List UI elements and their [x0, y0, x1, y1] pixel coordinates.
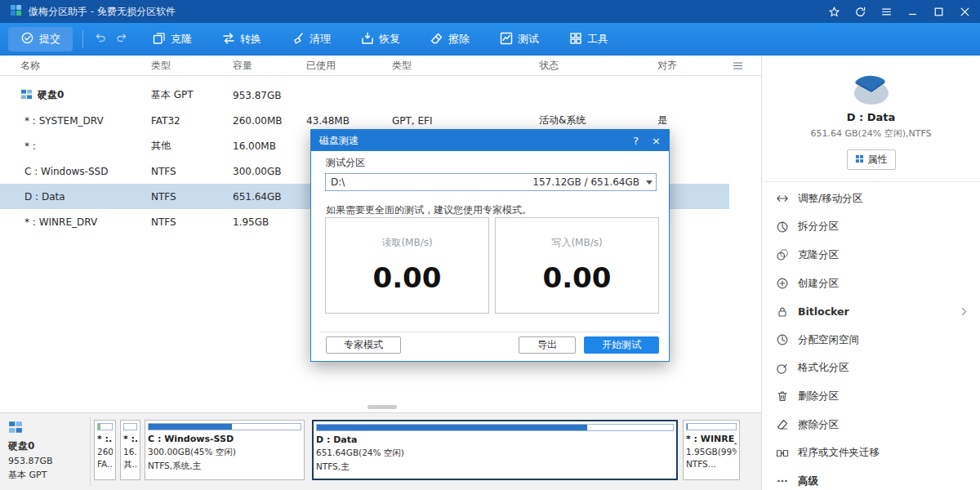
disk-icon [8, 426, 23, 437]
sidebar-item-advanced[interactable]: 高级 [762, 467, 980, 490]
sidebar-item-allocate-free-space[interactable]: 分配空闲空间 [762, 326, 980, 354]
close-icon[interactable] [960, 7, 970, 17]
submit-button[interactable]: 提交 [8, 27, 73, 51]
table-row[interactable]: 硬盘0 基本 GPT 953.87GB [0, 82, 729, 108]
partition-size: 651.64GB(24% 空闲) [316, 448, 674, 459]
col-header-status[interactable]: 状态 [539, 59, 657, 73]
sidebar-item-label: 高级 [798, 474, 818, 488]
properties-button[interactable]: 属性 [847, 149, 896, 170]
expert-mode-hint: 如果需要更全面的测试，建议您使用专家模式。 [326, 203, 532, 217]
sidebar-item-label: Bitlocker [798, 305, 849, 318]
partition-name: D : Data [316, 434, 674, 445]
more-icon [776, 474, 789, 488]
partition-block-d-selected[interactable]: D : Data 651.64GB(24% 空闲) NTFS,主 [312, 420, 678, 480]
disk-map-panel: 硬盘0 953.87GB 基本 GPT * :... 260... FA... … [0, 412, 761, 490]
create-partition-icon [776, 277, 789, 290]
menu-icon[interactable] [881, 7, 892, 17]
expert-mode-button[interactable]: 专家模式 [326, 336, 401, 354]
cell-status: 活动&系统 [539, 114, 657, 127]
sidebar-item-label: 调整/移动分区 [798, 192, 862, 206]
redo-icon[interactable] [116, 31, 129, 47]
sidebar-item-format-partition[interactable]: 格式化分区 [762, 354, 980, 383]
maximize-icon[interactable] [933, 7, 944, 17]
partition-block-winre[interactable]: * : WINRE_... 1.95GB(99%... NTFS... [683, 420, 740, 480]
partition-block-c[interactable]: C : Windows-SSD 300.00GB(45% 空闲) NTFS,系统… [145, 420, 305, 480]
properties-grid-icon [855, 154, 864, 166]
cell-capacity: 1.95GB [233, 216, 306, 228]
check-circle-icon [20, 31, 34, 47]
cell-capacity: 300.00GB [233, 166, 306, 177]
clone-icon [152, 31, 167, 48]
sidebar-item-app-migration[interactable]: 程序或文件夹迁移 [762, 439, 980, 467]
sidebar-item-clone-partition[interactable]: 克隆分区 [762, 241, 980, 270]
usage-bar [686, 423, 737, 430]
properties-label: 属性 [868, 153, 888, 167]
partition-fs: NTFS,系统,主 [148, 461, 301, 472]
cell-type: NTFS [151, 191, 233, 203]
toolbar-item-clean[interactable]: 清理 [286, 28, 336, 51]
sidebar-divider [762, 181, 980, 182]
start-test-button[interactable]: 开始测试 [584, 336, 659, 354]
dialog-titlebar: 磁盘测速 ? × [311, 130, 669, 151]
cell-name: * : WINRE_DRV [24, 216, 97, 228]
chevron-right-icon [961, 307, 967, 316]
col-header-name[interactable]: 名称 [20, 59, 151, 73]
col-header-type[interactable]: 类型 [151, 59, 233, 73]
sidebar-item-split[interactable]: 拆分分区 [762, 213, 980, 242]
delete-icon [776, 390, 789, 403]
read-speed-label: 读取(MB/s) [326, 236, 488, 250]
toolbar-item-label: 工具 [587, 32, 608, 47]
partition-size: 260... [97, 447, 113, 457]
sidebar-item-create-partition[interactable]: 创建分区 [762, 270, 980, 298]
read-speed-box: 读取(MB/s) 0.00 [325, 217, 489, 314]
app-logo-icon [10, 4, 22, 20]
partition-fs: FA... [97, 459, 113, 469]
toolbar-item-clone[interactable]: 克隆 [147, 28, 197, 51]
partition-block-msr[interactable]: * :... 16... 其... [120, 420, 140, 480]
partition-size: 1.95GB(99%... [686, 447, 737, 457]
sidebar-item-label: 擦除分区 [798, 418, 839, 432]
dialog-help-icon[interactable]: ? [633, 136, 639, 146]
partition-size: 16... [123, 447, 137, 457]
test-partition-select[interactable]: D:\ 157.12GB / 651.64GB [325, 173, 657, 191]
scroll-indicator[interactable] [368, 405, 397, 409]
toolbar-item-label: 转换 [240, 32, 261, 47]
main-toolbar: 提交 克隆 转换 清理 恢复 [0, 23, 980, 56]
minimize-icon[interactable] [907, 7, 918, 17]
undo-icon[interactable] [93, 31, 106, 47]
sidebar-item-bitlocker[interactable]: Bitlocker [762, 297, 980, 326]
sync-icon[interactable] [855, 7, 866, 17]
sidebar-item-wipe-partition[interactable]: 擦除分区 [762, 411, 980, 439]
col-header-capacity[interactable]: 容量 [233, 59, 306, 73]
toolbar-item-label: 清理 [310, 32, 331, 47]
sidebar-item-delete-partition[interactable]: 删除分区 [762, 382, 980, 411]
resize-move-icon [776, 192, 789, 205]
toolbar-item-recover[interactable]: 恢复 [355, 28, 405, 51]
disk-summary[interactable]: 硬盘0 953.87GB 基本 GPT [8, 420, 87, 481]
app-window: 傲梅分区助手 - 免费无损分区软件 提交 克隆 转换 [0, 0, 980, 490]
write-speed-box: 写入(MB/s) 0.00 [495, 217, 659, 314]
sidebar-item-label: 分配空闲空间 [798, 333, 859, 347]
partition-block-efi[interactable]: * :... 260... FA... [94, 420, 116, 480]
col-header-aligned[interactable]: 对齐 [657, 59, 761, 73]
toolbar-item-convert[interactable]: 转换 [216, 28, 266, 51]
toolbar-item-test[interactable]: 测试 [494, 28, 544, 51]
column-options-icon[interactable] [733, 60, 743, 74]
toolbar-item-label: 擦除 [448, 32, 470, 47]
cell-type2: GPT, EFI [392, 115, 539, 127]
tools-icon [568, 31, 583, 48]
col-header-used[interactable]: 已使用 [306, 59, 392, 73]
sidebar-item-resize-move[interactable]: 调整/移动分区 [762, 185, 980, 213]
toolbar-item-erase[interactable]: 擦除 [425, 28, 474, 51]
dialog-close-icon[interactable]: × [652, 136, 661, 146]
favorite-star-icon[interactable] [829, 7, 840, 17]
disk-icon [20, 88, 33, 103]
toolbar-item-tools[interactable]: 工具 [564, 28, 613, 51]
cell-type: NTFS [151, 166, 233, 177]
partition-name: * : WINRE_... [686, 434, 737, 444]
col-header-type2[interactable]: 类型 [392, 59, 539, 73]
cell-name: * : [24, 140, 36, 152]
usage-bar [123, 423, 137, 430]
dialog-title: 磁盘测速 [319, 134, 359, 148]
export-button[interactable]: 导出 [519, 336, 576, 354]
